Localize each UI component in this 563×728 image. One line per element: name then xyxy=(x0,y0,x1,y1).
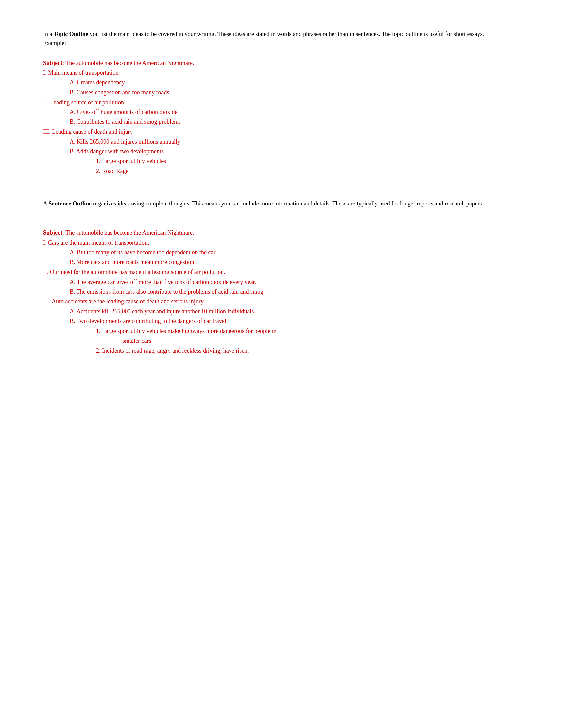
topic-subject-bold: Subject xyxy=(43,60,62,66)
topic-outline-bold: Topic Outline xyxy=(54,31,88,37)
intro-text-after-bold: you list the main ideas to be covered in… xyxy=(88,31,484,37)
topic-outline-block: Subject: The automobile has become the A… xyxy=(43,58,520,176)
intro-text-before-bold: In a xyxy=(43,31,54,37)
topic-iii-b-2: 2. Road Rage xyxy=(43,166,520,176)
sentence-i-b: B. More cars and more roads mean more co… xyxy=(43,257,520,267)
intro-section: In a Topic Outline you list the main ide… xyxy=(43,30,520,48)
sentence-iii: III. Auto accidents are the leading caus… xyxy=(43,297,520,307)
sentence-iii-a: A. Accidents kill 265,000 each year and … xyxy=(43,307,520,317)
sentence-ii: II. Our need for the automobile has made… xyxy=(43,267,520,277)
topic-i-a: A. Creates dependency xyxy=(43,78,520,88)
topic-i: I. Main means of transportation xyxy=(43,68,520,78)
sentence-intro-section: A Sentence Outline organizes ideas using… xyxy=(43,199,520,208)
sentence-iii-b-1: 1. Large sport utility vehicles make hig… xyxy=(43,326,520,336)
topic-ii-b: B. Contributes to acid rain and smog pro… xyxy=(43,117,520,127)
sentence-outline-block: Subject: The automobile has become the A… xyxy=(43,228,520,356)
topic-ii-a: A. Gives off huge amounts of carbon diox… xyxy=(43,107,520,117)
sentence-ii-a: A. The average car gives off more than f… xyxy=(43,277,520,287)
sentence-outline-bold: Sentence Outline xyxy=(49,200,92,207)
sentence-subject-rest: : The automobile has become the American… xyxy=(62,229,194,236)
topic-ii: II. Leading source of air pollution xyxy=(43,98,520,108)
topic-subject-rest: : The automobile has become the American… xyxy=(62,60,194,66)
sentence-intro-before: A xyxy=(43,200,49,207)
topic-iii-b-1: 1. Large sport utility vehicles xyxy=(43,157,520,166)
sentence-iii-b-2: 2. Incidents of road rage, angry and rec… xyxy=(43,346,520,356)
topic-i-b: B. Causes congestion and too many roads xyxy=(43,88,520,98)
sentence-intro-after: organizes ideas using complete thoughts.… xyxy=(92,200,483,207)
sentence-subject-line: Subject: The automobile has become the A… xyxy=(43,228,520,238)
page: In a Topic Outline you list the main ide… xyxy=(0,0,563,396)
topic-iii-b: B. Adds danger with two developments xyxy=(43,147,520,157)
sentence-ii-b: B. The emissions from cars also contribu… xyxy=(43,287,520,297)
sentence-iii-b-1-cont: smaller cars. xyxy=(43,336,520,346)
sentence-subject-bold: Subject xyxy=(43,229,62,236)
topic-iii-a: A. Kills 265,000 and injures millions an… xyxy=(43,137,520,147)
sentence-i: I. Cars are the main means of transporta… xyxy=(43,238,520,248)
sentence-i-a: A. But too many of us have become too de… xyxy=(43,248,520,258)
topic-subject-line: Subject: The automobile has become the A… xyxy=(43,58,520,68)
sentence-iii-b: B. Two developments are contributing to … xyxy=(43,316,520,326)
topic-iii: III. Leading cause of death and injury xyxy=(43,127,520,137)
example-label: Example: xyxy=(43,40,66,46)
